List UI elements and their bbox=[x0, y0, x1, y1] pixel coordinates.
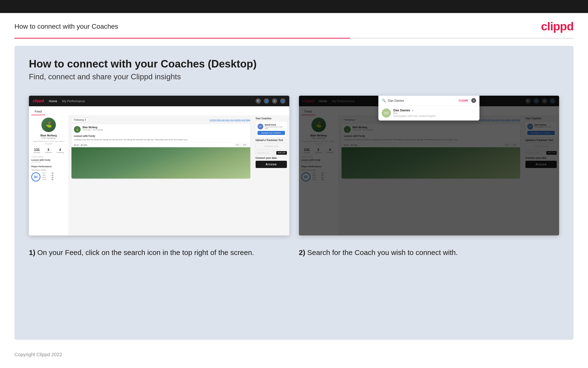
profile-panel: ⛳ Blair McHarg Plus Handicap Royal North… bbox=[29, 115, 69, 235]
result-name: Dan Davies bbox=[393, 109, 410, 112]
search-result[interactable]: DD Dan Davies ✓ Pro Sunningdale Golf Clu… bbox=[378, 106, 479, 120]
profile-stats: 131 Activities 3 Followers 4 Following bbox=[31, 148, 66, 153]
nav-home[interactable]: Home bbox=[49, 99, 57, 103]
trackman-placeholder-box: Trackman Link bbox=[256, 143, 287, 150]
user-avatar-icon[interactable]: 👤 bbox=[280, 98, 285, 104]
lesson-image-bg bbox=[71, 147, 250, 179]
coach-details: David Ford Royal North Devon Golf Club bbox=[265, 124, 285, 129]
bar-ott-val: 90 bbox=[50, 172, 53, 174]
profile-name: Blair McHarg bbox=[31, 134, 66, 137]
lesson-text: Looking to feel like my hands are exitin… bbox=[74, 138, 248, 141]
score-circle: 92 bbox=[31, 172, 40, 182]
stat-following-num: 4 bbox=[57, 148, 64, 152]
activity-date: 03 Aug 2022 bbox=[31, 161, 66, 163]
bar-app: APP 85 bbox=[42, 175, 53, 176]
perf-bars: OTT 90 APP 85 ARG bbox=[42, 172, 53, 181]
step-1-description: On your Feed, click on the search icon i… bbox=[37, 248, 254, 257]
result-badge: Pro bbox=[393, 112, 436, 115]
footer: Copyright Clippd 2022 bbox=[0, 347, 588, 362]
connect-title: Connect your data bbox=[256, 157, 287, 159]
screenshot-1: clippd Home My Performance 🔍 👤 ⚙ 👤 Feed bbox=[29, 96, 289, 235]
stat-activities: 131 Activities bbox=[34, 148, 40, 153]
following-button[interactable]: Following ▾ bbox=[71, 118, 88, 122]
following-label: Following bbox=[74, 119, 84, 121]
stat-followers-num: 3 bbox=[45, 148, 52, 152]
step-1-number: 1) bbox=[29, 248, 37, 257]
bar-putt: PUTT 96 bbox=[42, 179, 53, 181]
app-logo-1: clippd bbox=[33, 99, 44, 103]
trackman-section: Upload a Trackman Test Trackman Link Tra… bbox=[256, 139, 287, 155]
stat-following: 4 Following bbox=[57, 148, 64, 153]
coach-name: David Ford bbox=[265, 124, 285, 126]
profile-icon[interactable]: 👤 bbox=[264, 98, 269, 104]
bar-arg: ARG 86 bbox=[42, 177, 53, 178]
screenshot-2: clippd Home My Performance 🔍 👤 ⚙ 👤 Feed bbox=[299, 96, 559, 235]
bar-ott-label: OTT bbox=[42, 172, 48, 174]
search-icon[interactable]: 🔍 bbox=[256, 98, 261, 104]
result-club: Sunningdale Golf Club, United Kingdom bbox=[393, 115, 436, 117]
activity-title: Lesson with Fordy bbox=[31, 159, 66, 161]
close-search-button[interactable]: ✕ bbox=[471, 98, 476, 103]
search-input-overlay[interactable]: Dan Davies bbox=[388, 99, 457, 102]
lesson-title: Lesson with Fordy bbox=[74, 135, 248, 137]
app-body-1: ⛳ Blair McHarg Plus Handicap Royal North… bbox=[29, 115, 289, 235]
copyright-text: Copyright Clippd 2022 bbox=[14, 352, 62, 357]
page-title: How to connect with your Coaches bbox=[14, 23, 118, 30]
steps-row: 1) On your Feed, click on the search ico… bbox=[29, 248, 559, 258]
step-1-text: 1) On your Feed, click on the search ico… bbox=[29, 248, 289, 258]
main-content: How to connect with your Coaches (Deskto… bbox=[14, 46, 574, 340]
perf-subtitle: Total Player Quality bbox=[31, 169, 66, 171]
lesson-avatar: ⛳ bbox=[74, 126, 81, 133]
feed-tab[interactable]: Feed bbox=[31, 108, 45, 115]
result-name-row: Dan Davies ✓ bbox=[393, 109, 436, 112]
stat-activities-num: 131 bbox=[34, 148, 40, 152]
lesson-info: Blair McHarg Yesterday · Sunningdale bbox=[83, 126, 103, 131]
mock-app-1: clippd Home My Performance 🔍 👤 ⚙ 👤 Feed bbox=[29, 96, 289, 235]
search-icon-overlay: 🔍 bbox=[382, 99, 386, 102]
search-bar-overlay: 🔍 Dan Davies CLEAR ✕ DD Dan Davies ✓ Pro bbox=[378, 96, 479, 120]
app-nav-1: clippd Home My Performance 🔍 👤 ⚙ 👤 bbox=[29, 96, 289, 106]
control-link[interactable]: Control who can see your activity and da… bbox=[209, 119, 250, 121]
header: How to connect with your Coaches clippd bbox=[0, 13, 588, 38]
result-info: Dan Davies ✓ Pro Sunningdale Golf Club, … bbox=[393, 109, 436, 117]
trackman-input-row: Trackman Link Add Link bbox=[256, 151, 287, 155]
trackman-input[interactable]: Trackman Link bbox=[256, 151, 276, 155]
chevron-down-icon: ▾ bbox=[85, 119, 86, 121]
lesson-header: ⛳ Blair McHarg Yesterday · Sunningdale bbox=[71, 124, 250, 135]
bar-app-val: 85 bbox=[50, 175, 53, 176]
bar-app-label: APP bbox=[42, 175, 48, 176]
profile-avatar: ⛳ bbox=[41, 118, 56, 132]
bar-arg-label: ARG bbox=[42, 177, 48, 178]
bar-putt-val: 96 bbox=[50, 179, 53, 181]
top-bar bbox=[0, 0, 588, 13]
step-2-description: Search for the Coach you wish to connect… bbox=[307, 248, 458, 257]
trackman-title: Upload a Trackman Test bbox=[256, 139, 287, 141]
main-heading: How to connect with your Coaches (Deskto… bbox=[29, 58, 559, 70]
feed-panel: Following ▾ Control who can see your act… bbox=[69, 115, 253, 235]
manage-coaches-button[interactable]: Manage Your Coaches bbox=[257, 131, 285, 135]
coaches-title: Your Coaches bbox=[256, 117, 287, 120]
add-link-button[interactable]: Add Link bbox=[276, 151, 287, 155]
tag-app: APP bbox=[241, 144, 248, 146]
connect-section: Connect your data Arccos bbox=[256, 157, 287, 168]
bar-putt-label: PUTT bbox=[42, 179, 48, 181]
header-divider bbox=[14, 38, 574, 38]
lesson-tags: OTT APP bbox=[234, 144, 248, 146]
clear-button[interactable]: CLEAR bbox=[459, 99, 468, 102]
coach-club: Royal North Devon Golf Club bbox=[265, 126, 285, 129]
lesson-card: ⛳ Blair McHarg Yesterday · Sunningdale L… bbox=[71, 124, 250, 179]
stat-activities-label: Activities bbox=[34, 152, 40, 153]
stat-followers: 3 Followers bbox=[45, 148, 52, 153]
clippd-logo: clippd bbox=[541, 20, 574, 33]
duration-text: 01 hr : 30 min bbox=[74, 144, 87, 146]
settings-icon[interactable]: ⚙ bbox=[272, 98, 277, 104]
nav-icons: 🔍 👤 ⚙ 👤 bbox=[256, 98, 285, 104]
step-2-text: 2) Search for the Coach you wish to conn… bbox=[299, 248, 559, 258]
verified-icon: ✓ bbox=[412, 109, 414, 112]
screenshots-row: clippd Home My Performance 🔍 👤 ⚙ 👤 Feed bbox=[29, 96, 559, 235]
lesson-person-name: Blair McHarg bbox=[83, 126, 103, 129]
profile-club: Royal North Devon Golf Club, United King… bbox=[31, 140, 66, 145]
stat-followers-label: Followers bbox=[45, 152, 52, 153]
step-2-number: 2) bbox=[299, 248, 307, 257]
nav-my-performance[interactable]: My Performance bbox=[62, 99, 85, 103]
